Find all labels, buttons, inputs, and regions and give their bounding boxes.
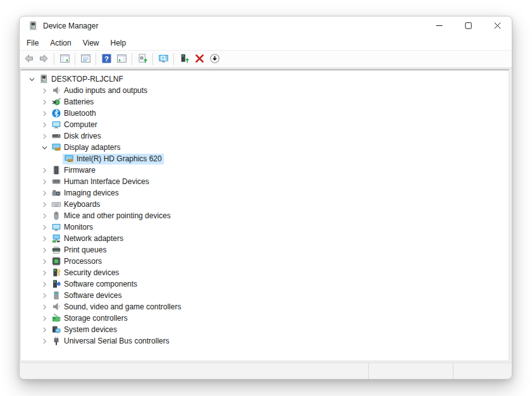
chevron-right-icon[interactable] [39, 131, 50, 141]
tree-item[interactable]: Firmware [21, 164, 509, 176]
tree-item-label: Bluetooth [63, 108, 98, 118]
show-console-tree-button[interactable] [57, 52, 72, 66]
chevron-right-icon[interactable] [39, 211, 50, 221]
tree-item[interactable]: System devices [21, 324, 509, 335]
menu-file[interactable]: File [21, 37, 44, 49]
tree-item[interactable]: Imaging devices [21, 187, 509, 199]
tree-item[interactable]: Processors [21, 256, 509, 267]
tree-item-label: Mice and other pointing devices [63, 211, 173, 221]
scan-hardware-changes-button[interactable] [156, 52, 171, 66]
device-manager-icon [28, 21, 38, 31]
properties-icon [80, 53, 91, 66]
tree-item-label: Network adapters [63, 233, 125, 244]
bluetooth-icon [51, 108, 61, 118]
imaging-icon [51, 188, 61, 198]
chevron-right-icon[interactable] [39, 268, 50, 278]
close-icon [494, 22, 501, 31]
update-device-driver-button[interactable] [176, 52, 192, 66]
chevron-right-icon[interactable] [39, 245, 50, 255]
tree-item-label: Imaging devices [63, 188, 121, 198]
chevron-right-icon[interactable] [39, 302, 50, 312]
device-tree-panel: DESKTOP-RLJCLNFAudio inputs and outputsB… [20, 70, 509, 361]
tree-item[interactable]: Sound, video and game controllers [21, 301, 509, 312]
tree-item[interactable]: Keyboards [21, 199, 509, 210]
tree-item[interactable]: DESKTOP-RLJCLNF [21, 73, 509, 85]
update-driver-button[interactable] [135, 52, 150, 66]
speaker-icon [51, 302, 61, 312]
speaker-icon [51, 85, 61, 96]
tree-item[interactable]: Storage controllers [21, 312, 509, 324]
tree-item[interactable]: Audio inputs and outputs [21, 85, 509, 96]
tree-item-label: Processors [63, 256, 104, 266]
firmware-chip-icon [51, 165, 61, 175]
security-icon [51, 268, 61, 278]
monitor-icon [51, 222, 61, 232]
status-pane-3 [453, 363, 512, 379]
tree-item-label: Display adapters [63, 142, 122, 152]
tree-item[interactable]: Intel(R) HD Graphics 620 [21, 153, 509, 164]
chevron-right-icon[interactable] [39, 233, 50, 244]
tree-item[interactable]: Software components [21, 278, 509, 290]
storage-icon [51, 313, 61, 323]
tree-item-label: Firmware [63, 165, 97, 175]
chevron-down-icon[interactable] [26, 74, 37, 84]
chevron-right-icon[interactable] [39, 290, 50, 300]
selected-row-highlight: Intel(R) HD Graphics 620 [63, 154, 164, 164]
window-controls [424, 16, 512, 35]
chevron-down-icon[interactable] [39, 142, 50, 152]
action-pane-icon [116, 53, 127, 66]
row-body: Firmware [50, 165, 97, 176]
chevron-right-icon[interactable] [39, 97, 50, 107]
row-body: Software components [50, 279, 139, 290]
menu-help[interactable]: Help [105, 37, 132, 49]
system-icon [51, 325, 61, 335]
tree-item[interactable]: Mice and other pointing devices [21, 210, 509, 221]
chevron-right-icon[interactable] [39, 199, 50, 209]
chevron-right-icon[interactable] [39, 313, 50, 323]
chevron-right-icon[interactable] [39, 325, 50, 335]
chevron-right-icon[interactable] [39, 188, 50, 198]
chevron-right-icon[interactable] [39, 108, 50, 118]
maximize-icon [465, 22, 472, 31]
tree-item[interactable]: Computer [21, 119, 509, 130]
menu-action[interactable]: Action [44, 37, 77, 49]
chevron-right-icon[interactable] [39, 85, 50, 96]
toolbar-separator [54, 53, 54, 65]
maximize-button[interactable] [454, 16, 483, 35]
tree-item-label: Software devices [63, 290, 123, 300]
disable-device-button[interactable] [207, 52, 222, 66]
uninstall-device-button[interactable] [192, 52, 207, 66]
chevron-right-icon[interactable] [39, 222, 50, 232]
chevron-right-icon[interactable] [39, 176, 50, 187]
chevron-right-icon[interactable] [39, 279, 50, 289]
tree-item[interactable]: Human Interface Devices [21, 176, 509, 187]
row-body: Universal Serial Bus controllers [50, 336, 171, 347]
chevron-right-icon[interactable] [39, 336, 50, 346]
toolbar-separator [173, 53, 174, 65]
chevron-right-icon[interactable] [39, 256, 50, 266]
back-button[interactable] [21, 52, 36, 66]
menu-view[interactable]: View [77, 37, 105, 49]
tree-item[interactable]: Monitors [21, 221, 509, 233]
help-button[interactable]: ? [99, 52, 114, 66]
tree-item[interactable]: Software devices [21, 290, 509, 301]
row-body: Audio inputs and outputs [50, 85, 149, 96]
tree-item[interactable]: Batteries [21, 96, 509, 108]
processor-icon [51, 256, 61, 266]
tree-item[interactable]: Display adapters [21, 142, 509, 153]
tree-item[interactable]: Print queues [21, 244, 509, 256]
forward-button[interactable] [36, 52, 51, 66]
tree-item[interactable]: Disk drives [21, 130, 509, 142]
row-body: Imaging devices [50, 188, 121, 199]
tree-item[interactable]: Security devices [21, 267, 509, 278]
tree-item[interactable]: Bluetooth [21, 108, 509, 119]
close-button[interactable] [483, 16, 512, 35]
chevron-right-icon[interactable] [39, 165, 50, 175]
minimize-button[interactable] [424, 16, 454, 35]
chevron-right-icon[interactable] [39, 120, 50, 130]
menu-bar: FileActionViewHelp [20, 35, 512, 50]
show-action-pane-button[interactable] [114, 52, 129, 66]
tree-item[interactable]: Network adapters [21, 233, 509, 244]
tree-item[interactable]: Universal Serial Bus controllers [21, 335, 509, 347]
properties-button[interactable] [78, 52, 93, 66]
